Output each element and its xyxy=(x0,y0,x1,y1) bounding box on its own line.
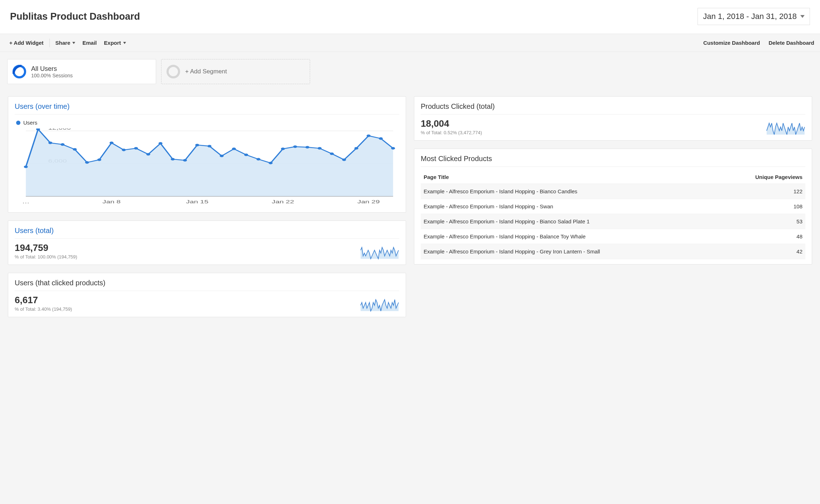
svg-point-20 xyxy=(207,145,211,147)
cell-page-title: Example - Alfresco Emporium - Island Hop… xyxy=(421,199,705,214)
date-range-picker[interactable]: Jan 1, 2018 - Jan 31, 2018 xyxy=(698,8,810,25)
segment-subtitle: 100.00% Sessions xyxy=(31,73,73,78)
svg-point-13 xyxy=(122,149,126,151)
svg-point-9 xyxy=(73,148,77,151)
cell-pageviews: 122 xyxy=(705,184,805,199)
divider xyxy=(15,238,399,239)
svg-text:Jan 8: Jan 8 xyxy=(102,199,121,204)
svg-point-26 xyxy=(281,147,285,150)
share-button[interactable]: Share xyxy=(52,38,79,48)
sparkline xyxy=(766,122,805,135)
svg-text:…: … xyxy=(22,199,30,204)
svg-point-10 xyxy=(85,161,89,164)
add-widget-button[interactable]: + Add Widget xyxy=(6,38,47,48)
svg-text:Jan 22: Jan 22 xyxy=(272,199,294,204)
table-row[interactable]: Example - Alfresco Emporium - Island Hop… xyxy=(421,199,805,214)
widget-title: Products Clicked (total) xyxy=(421,102,805,114)
svg-point-29 xyxy=(318,147,322,150)
metric-subtext: % of Total: 3.40% (194,759) xyxy=(15,306,72,312)
share-label: Share xyxy=(56,40,71,46)
chart-legend: Users xyxy=(15,118,399,129)
sparkline xyxy=(360,299,399,312)
svg-point-23 xyxy=(244,154,248,156)
users-over-time-widget: Users (over time) Users 6,00012,000…Jan … xyxy=(8,96,406,213)
sparkline xyxy=(360,247,399,260)
svg-point-7 xyxy=(48,142,52,144)
add-segment-button[interactable]: + Add Segment xyxy=(161,59,310,84)
users-clicked-widget: Users (that clicked products) 6,617 % of… xyxy=(8,273,406,317)
svg-point-19 xyxy=(195,144,199,146)
customize-dashboard-link[interactable]: Customize Dashboard xyxy=(703,40,760,46)
segment-all-users[interactable]: All Users 100.00% Sessions xyxy=(7,59,156,84)
segment-title: All Users xyxy=(31,65,73,73)
svg-point-18 xyxy=(183,159,187,161)
cell-pageviews: 53 xyxy=(705,214,805,229)
cell-page-title: Example - Alfresco Emporium - Island Hop… xyxy=(421,184,705,199)
svg-text:Jan 15: Jan 15 xyxy=(186,199,208,204)
metric-subtext: % of Total: 100.00% (194,759) xyxy=(15,254,77,260)
divider xyxy=(15,114,399,115)
date-range-label: Jan 1, 2018 - Jan 31, 2018 xyxy=(703,12,797,21)
column-header-pageviews[interactable]: Unique Pageviews xyxy=(705,170,805,184)
svg-point-27 xyxy=(293,145,297,148)
export-button[interactable]: Export xyxy=(100,38,130,48)
page-title: Publitas Product Dashboard xyxy=(10,11,140,22)
legend-dot-icon xyxy=(16,121,20,125)
svg-text:12,000: 12,000 xyxy=(48,129,71,131)
cell-page-title: Example - Alfresco Emporium - Island Hop… xyxy=(421,244,705,259)
email-button[interactable]: Email xyxy=(79,38,100,48)
divider xyxy=(421,114,805,115)
svg-point-14 xyxy=(134,147,138,150)
divider xyxy=(15,291,399,291)
products-clicked-widget: Products Clicked (total) 18,004 % of Tot… xyxy=(414,96,812,141)
chevron-down-icon xyxy=(72,42,75,44)
svg-point-28 xyxy=(305,146,309,149)
users-total-widget: Users (total) 194,759 % of Total: 100.00… xyxy=(8,220,406,265)
legend-label: Users xyxy=(23,120,37,126)
widget-title-link[interactable]: Users (total) xyxy=(15,227,399,238)
svg-point-12 xyxy=(110,142,114,144)
segment-ring-placeholder-icon xyxy=(167,65,180,78)
metric-subtext: % of Total: 0.52% (3,472,774) xyxy=(421,130,482,135)
table-row[interactable]: Example - Alfresco Emporium - Island Hop… xyxy=(421,214,805,229)
svg-point-32 xyxy=(354,147,358,150)
delete-dashboard-link[interactable]: Delete Dashboard xyxy=(768,40,814,46)
widget-title-link[interactable]: Users (over time) xyxy=(15,102,399,114)
svg-point-11 xyxy=(97,159,101,161)
most-clicked-products-widget: Most Clicked Products Page Title Unique … xyxy=(414,149,812,265)
svg-point-33 xyxy=(367,135,371,137)
svg-point-17 xyxy=(171,158,175,160)
cell-pageviews: 42 xyxy=(705,244,805,259)
svg-point-22 xyxy=(232,147,236,150)
widget-title: Most Clicked Products xyxy=(421,155,805,166)
chevron-down-icon xyxy=(800,15,805,18)
svg-point-8 xyxy=(61,143,64,146)
metric-value: 18,004 xyxy=(421,118,482,129)
svg-point-24 xyxy=(256,158,260,160)
table-row[interactable]: Example - Alfresco Emporium - Island Hop… xyxy=(421,244,805,259)
widget-title: Users (that clicked products) xyxy=(15,279,399,291)
svg-point-31 xyxy=(342,159,346,161)
metric-value: 6,617 xyxy=(15,295,72,306)
most-clicked-table: Page Title Unique Pageviews Example - Al… xyxy=(421,170,805,259)
svg-point-30 xyxy=(330,152,334,155)
cell-page-title: Example - Alfresco Emporium - Island Hop… xyxy=(421,214,705,229)
chevron-down-icon xyxy=(123,42,126,44)
divider xyxy=(49,39,50,47)
cell-pageviews: 48 xyxy=(705,229,805,244)
metric-value: 194,759 xyxy=(15,242,77,253)
svg-text:Jan 29: Jan 29 xyxy=(357,199,380,204)
column-header-page-title[interactable]: Page Title xyxy=(421,170,705,184)
svg-point-16 xyxy=(159,142,163,145)
segment-ring-icon xyxy=(13,65,26,78)
table-row[interactable]: Example - Alfresco Emporium - Island Hop… xyxy=(421,229,805,244)
cell-page-title: Example - Alfresco Emporium - Island Hop… xyxy=(421,229,705,244)
svg-point-25 xyxy=(269,162,272,164)
divider xyxy=(421,166,805,167)
svg-point-5 xyxy=(24,166,28,168)
table-row[interactable]: Example - Alfresco Emporium - Island Hop… xyxy=(421,184,805,199)
export-label: Export xyxy=(104,40,121,46)
svg-point-35 xyxy=(391,147,395,150)
svg-point-21 xyxy=(220,155,224,157)
svg-point-15 xyxy=(146,153,150,156)
